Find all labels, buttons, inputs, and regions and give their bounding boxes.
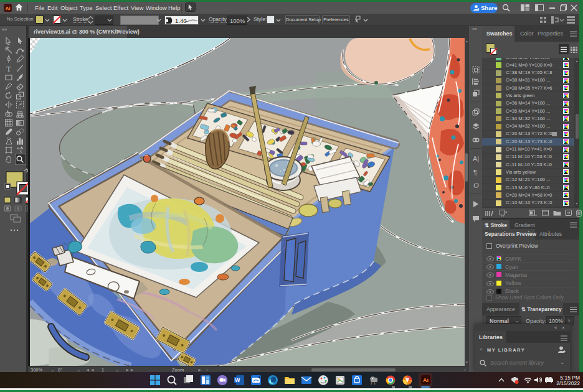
svg-text:T: T: [6, 64, 11, 73]
svg-text:¶: ¶: [473, 169, 477, 176]
svg-text:O: O: [473, 181, 479, 190]
svg-text:Ai: Ai: [6, 6, 11, 11]
svg-text:A|: A|: [473, 155, 479, 162]
svg-text:W: W: [235, 377, 240, 383]
svg-text:Ai: Ai: [423, 377, 429, 383]
